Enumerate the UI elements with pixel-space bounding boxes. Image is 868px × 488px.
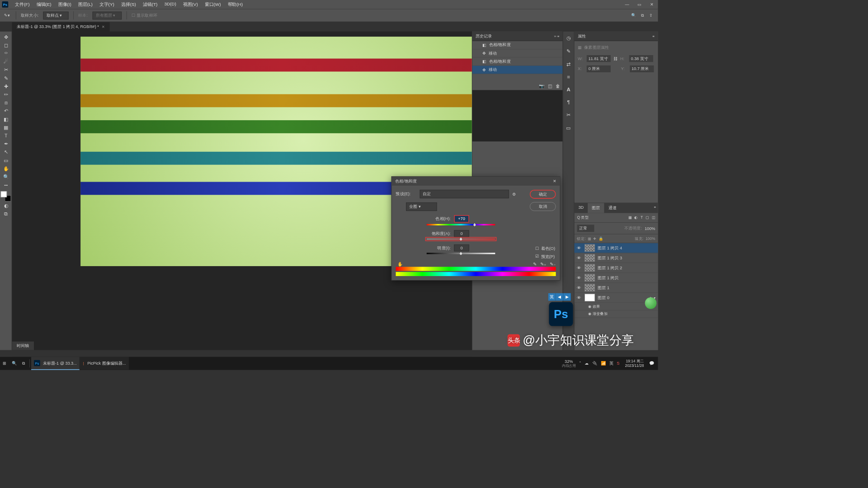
dialog-titlebar[interactable]: 色相/饱和度 ✕ bbox=[392, 177, 560, 186]
minimize-button[interactable]: — bbox=[621, 0, 633, 9]
zoom-tool[interactable]: 🔍 bbox=[0, 173, 12, 181]
tray-clock[interactable]: 19:14 周二 2023/11/28 bbox=[623, 359, 646, 368]
tab-channels[interactable]: 通道 bbox=[604, 203, 621, 213]
swap-icon[interactable]: ⇄ bbox=[566, 61, 571, 67]
close-tab-icon[interactable]: ✕ bbox=[102, 25, 105, 29]
saturation-value-input[interactable]: 0 bbox=[454, 230, 469, 237]
tab-layers[interactable]: 图层 bbox=[588, 203, 604, 213]
x-input[interactable] bbox=[587, 66, 611, 72]
eyedropper-tool[interactable]: ✎ bbox=[0, 74, 12, 82]
recent-icon[interactable]: ⧉ bbox=[641, 13, 644, 18]
maximize-button[interactable]: ▭ bbox=[633, 0, 646, 9]
sample-size-dropdown[interactable]: 取样点 ▾ bbox=[43, 11, 69, 19]
y-input[interactable] bbox=[630, 66, 654, 72]
lightness-value-input[interactable]: 0 bbox=[454, 244, 469, 251]
search-button[interactable]: 🔍 bbox=[9, 357, 19, 370]
align-icon[interactable]: ≡ bbox=[567, 74, 570, 80]
tool-more[interactable]: ••• bbox=[0, 181, 12, 189]
preset-dropdown[interactable]: 自定 bbox=[420, 190, 509, 198]
lock-all-icon[interactable]: 🔒 bbox=[599, 236, 604, 241]
lock-position-icon[interactable]: ✚ bbox=[593, 236, 596, 241]
menu-选择S[interactable]: 选择(S) bbox=[118, 1, 139, 8]
tray-up-icon[interactable]: ˄ bbox=[579, 361, 581, 366]
preview-checkbox[interactable]: ☑ 预览(P) bbox=[535, 254, 555, 260]
brush-panel-icon[interactable]: ✎ bbox=[566, 48, 571, 54]
filter-shape-icon[interactable]: ▢ bbox=[646, 216, 649, 220]
stamp-tool[interactable]: ⧈ bbox=[0, 99, 12, 107]
history-item[interactable]: ◧色相/饱和度 bbox=[472, 41, 563, 49]
path-select-tool[interactable]: ↖ bbox=[0, 148, 12, 156]
preset-gear-icon[interactable]: ⚙ bbox=[512, 192, 516, 197]
new-snapshot-icon[interactable]: 📷 bbox=[539, 84, 544, 89]
fill-value[interactable]: 100% bbox=[646, 236, 655, 240]
screen-mode-tool[interactable]: ⧉ bbox=[0, 210, 12, 218]
range-dropdown[interactable]: 全图 ▾ bbox=[406, 202, 437, 211]
layer-filter-dropdown[interactable]: Q 类型 bbox=[577, 215, 588, 220]
eraser-tool[interactable]: ◧ bbox=[0, 115, 12, 123]
hand-tool[interactable]: ✋ bbox=[0, 164, 12, 173]
brush-tool[interactable]: ✏ bbox=[0, 90, 12, 99]
menu-视图V[interactable]: 视图(V) bbox=[179, 1, 201, 8]
menu-帮助H[interactable]: 帮助(H) bbox=[224, 1, 246, 8]
filter-adjust-icon[interactable]: ◐ bbox=[634, 216, 638, 220]
taskbar-photoshop[interactable]: Ps 未标题-1 @ 33.3... bbox=[31, 357, 80, 370]
tray-security-icon[interactable]: S bbox=[617, 361, 619, 366]
color-picker-icon[interactable]: ◷ bbox=[566, 35, 571, 41]
filter-type-icon[interactable]: T bbox=[641, 216, 643, 220]
move-tool[interactable]: ✥ bbox=[0, 33, 12, 41]
foreground-color[interactable] bbox=[1, 191, 7, 197]
type-tool[interactable]: T bbox=[0, 131, 12, 140]
share-icon[interactable]: ⇪ bbox=[649, 13, 653, 18]
width-input[interactable] bbox=[587, 55, 611, 62]
quick-mask-tool[interactable]: ◐ bbox=[0, 202, 12, 210]
layer-row[interactable]: 👁图层 1 拷贝 bbox=[574, 273, 658, 283]
library-icon[interactable]: ▭ bbox=[566, 125, 571, 131]
dialog-close-icon[interactable]: ✕ bbox=[553, 179, 557, 184]
hue-slider[interactable] bbox=[427, 224, 495, 225]
tab-3d[interactable]: 3D bbox=[574, 203, 588, 213]
document-tab[interactable]: 未标题-1 @ 33.3% (图层 1 拷贝 4, RGB/8#) * ✕ bbox=[12, 22, 110, 31]
properties-panel-header[interactable]: 属性≡ bbox=[574, 32, 658, 41]
shape-tool[interactable]: ▭ bbox=[0, 156, 12, 164]
task-view-button[interactable]: ⧉ bbox=[19, 357, 28, 370]
show-rings-checkbox[interactable]: ☐ 显示取样环 bbox=[132, 13, 157, 19]
ime-indicator[interactable]: 英◀▶ bbox=[548, 293, 571, 301]
link-wh-icon[interactable]: ⛓ bbox=[613, 56, 618, 61]
search-icon[interactable]: 🔍 bbox=[631, 13, 636, 18]
menu-3DD[interactable]: 3D(D) bbox=[161, 1, 179, 8]
history-item[interactable]: ✥移动 bbox=[472, 66, 563, 74]
saturation-slider[interactable] bbox=[427, 239, 495, 240]
menu-滤镜T[interactable]: 滤镜(T) bbox=[139, 1, 160, 8]
delete-history-icon[interactable]: 🗑 bbox=[556, 84, 560, 89]
tray-power-icon[interactable]: 🔌 bbox=[592, 361, 597, 366]
healing-tool[interactable]: ✚ bbox=[0, 82, 12, 90]
menu-编辑E[interactable]: 编辑(E) bbox=[33, 1, 55, 8]
layer-row[interactable]: 👁图层 1 bbox=[574, 283, 658, 293]
paragraph-icon[interactable]: ¶ bbox=[567, 99, 570, 105]
tray-cloud-icon[interactable]: ☁ bbox=[585, 361, 589, 366]
tray-notifications-icon[interactable]: 💬 bbox=[649, 361, 654, 366]
history-brush-tool[interactable]: ↶ bbox=[0, 107, 12, 115]
taskbar-picpick[interactable]: ⫶ PicPick 图像编辑器... bbox=[80, 357, 129, 370]
current-tool-icon[interactable]: ✎▾ bbox=[3, 11, 11, 19]
menu-图像I[interactable]: 图像(I) bbox=[55, 1, 75, 8]
close-button[interactable]: ✕ bbox=[646, 0, 658, 9]
filter-smart-icon[interactable]: ◫ bbox=[652, 216, 656, 220]
tray-network-icon[interactable]: 📶 bbox=[601, 361, 606, 366]
crop-tool[interactable]: ✂ bbox=[0, 66, 12, 74]
menu-图层L[interactable]: 图层(L) bbox=[75, 1, 96, 8]
scissors-icon[interactable]: ✂ bbox=[566, 112, 571, 118]
pen-tool[interactable]: ✒ bbox=[0, 140, 12, 148]
sample-dropdown[interactable]: 所有图层 ▾ bbox=[93, 11, 122, 19]
eyedropper-add-icon[interactable]: ✎₊ bbox=[540, 262, 547, 267]
eyedropper-icon[interactable]: ✎ bbox=[533, 262, 537, 267]
history-panel-header[interactable]: 历史记录 ›› ≡ bbox=[472, 32, 563, 41]
filter-image-icon[interactable]: ▦ bbox=[628, 216, 632, 220]
eyedropper-sub-icon[interactable]: ✎₋ bbox=[550, 262, 556, 267]
history-list[interactable]: ◧色相/饱和度✥移动◧色相/饱和度✥移动 bbox=[472, 41, 563, 82]
hand-icon[interactable]: ✋ bbox=[397, 262, 403, 267]
cancel-button[interactable]: 取消 bbox=[530, 202, 556, 211]
blend-mode-dropdown[interactable]: 正常 bbox=[577, 225, 594, 232]
start-button[interactable]: ⊞ bbox=[0, 357, 9, 370]
history-item[interactable]: ◧色相/饱和度 bbox=[472, 57, 563, 66]
